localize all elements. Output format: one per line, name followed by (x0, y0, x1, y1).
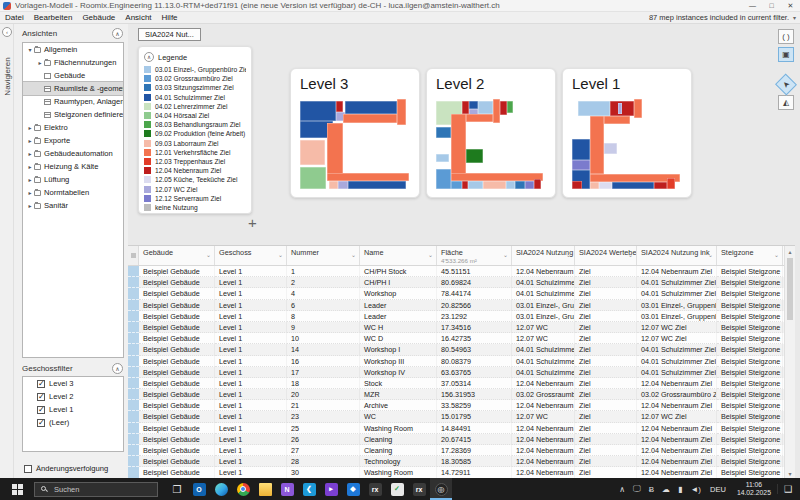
column-header-fl-che[interactable]: Fläche4'533.266 m²⌄ (437, 246, 512, 265)
row-selector-cell[interactable] (128, 367, 139, 378)
file-explorer-icon[interactable] (254, 478, 276, 500)
language-indicator[interactable]: DEU (705, 485, 731, 494)
table-row[interactable]: Beispiel GebäudeLevel 128Technology18.30… (128, 456, 784, 467)
column-filter-icon[interactable]: ⌄ (774, 251, 779, 258)
tree-item-sanit-r[interactable]: ▸Sanitär (23, 199, 123, 212)
column-header-sia2024-wertebereic[interactable]: SIA2024 Wertebereic⌄ (575, 246, 637, 265)
row-selector-cell[interactable] (128, 445, 139, 456)
table-row[interactable]: Beispiel GebäudeLevel 11CH/PH Stock45.51… (128, 266, 784, 277)
change-tracking-row[interactable]: Änderungsverfolgung (24, 464, 108, 473)
select-all-cell[interactable] (128, 246, 139, 265)
column-filter-icon[interactable]: ⌄ (503, 251, 508, 258)
row-selector-cell[interactable] (128, 333, 139, 344)
label-tool-button[interactable]: ▣ (778, 47, 794, 62)
chrome-icon[interactable] (232, 478, 254, 500)
table-row[interactable]: Beispiel GebäudeLevel 110WC D16.4273512.… (128, 333, 784, 344)
column-header-name[interactable]: Name⌄ (360, 246, 437, 265)
column-filter-icon[interactable]: ⌄ (278, 251, 283, 258)
row-selector-cell[interactable] (128, 400, 139, 411)
column-filter-icon[interactable]: ⌄ (206, 251, 211, 258)
table-row[interactable]: Beispiel GebäudeLevel 120MZR156.3195303.… (128, 389, 784, 400)
table-row[interactable]: Beispiel GebäudeLevel 114Workshop I80.54… (128, 344, 784, 355)
sia2024-nutzung-button[interactable]: SIA2024 Nut... (138, 28, 201, 41)
row-selector-cell[interactable] (128, 344, 139, 355)
filter-row-level-1[interactable]: Level 1 (23, 403, 123, 416)
battery-icon[interactable]: ▮ (674, 485, 686, 494)
tree-item-geb-ude[interactable]: Gebäude (23, 69, 123, 82)
menu-hilfe[interactable]: Hilfe (157, 13, 183, 22)
tree-item-allgemein[interactable]: ▾Allgemein (23, 43, 123, 56)
menu-ansicht[interactable]: Ansicht (120, 13, 156, 22)
ansichten-collapse-button[interactable]: ∧ (112, 28, 123, 39)
onedrive-icon[interactable]: ☁ (658, 485, 674, 494)
tree-item-normtabellen[interactable]: ▸Normtabellen (23, 186, 123, 199)
edge-icon[interactable] (210, 478, 232, 500)
start-button[interactable] (0, 478, 34, 500)
filter-checkbox[interactable] (37, 406, 45, 414)
notification-center-icon[interactable]: ❑ (777, 484, 800, 494)
change-tracking-checkbox[interactable] (24, 465, 32, 473)
table-row[interactable]: Beispiel GebäudeLevel 127Cleaning17.2836… (128, 445, 784, 456)
app-purple-icon[interactable]: ▸ (320, 478, 342, 500)
plan-card-level-1[interactable]: Level 1 (562, 68, 692, 198)
sidebar-collapse-button[interactable]: ‹ (2, 27, 12, 37)
row-selector-cell[interactable] (128, 356, 139, 367)
menu-bearbeiten[interactable]: Bearbeiten (29, 13, 78, 22)
bounds-tool-button[interactable]: ( ) (778, 29, 794, 44)
column-header-sia2024-nutzung[interactable]: SIA2024 Nutzung⌄ (512, 246, 575, 265)
table-row[interactable]: Beispiel GebäudeLevel 12CH/PH I80.698240… (128, 277, 784, 288)
tree-item-fl-chennutzungen[interactable]: ▸Flächennutzungen (23, 56, 123, 69)
tree-item-l-ftung[interactable]: ▸Lüftung (23, 173, 123, 186)
monitor-icon[interactable]: 🖵 (629, 484, 645, 494)
plan-card-level-3[interactable]: Level 3 (290, 68, 420, 198)
plan-card-level-2[interactable]: Level 2 (426, 68, 556, 198)
tree-item-exporte[interactable]: ▸Exporte (23, 134, 123, 147)
bluetooth-icon[interactable]: Ƀ (645, 485, 658, 494)
column-header-steigzone[interactable]: Steigzone⌄ (717, 246, 783, 265)
row-selector-cell[interactable] (128, 300, 139, 311)
table-row[interactable]: Beispiel GebäudeLevel 118Stock37.0531412… (128, 378, 784, 389)
table-row[interactable]: Beispiel GebäudeLevel 14Workshop78.44174… (128, 288, 784, 299)
table-row[interactable]: Beispiel GebäudeLevel 126Cleaning20.6741… (128, 434, 784, 445)
filter-row-leer[interactable]: (Leer) (23, 416, 123, 429)
column-filter-icon[interactable]: ⌄ (351, 251, 356, 258)
scrollbar-thumb[interactable] (787, 258, 793, 320)
tree-item-geb-udeautomation[interactable]: ▸Gebäudeautomation (23, 147, 123, 160)
select-tool-button[interactable]: ➤ (775, 74, 797, 96)
menu-datei[interactable]: Datei (0, 13, 29, 22)
scroll-up-icon[interactable]: ▴ (785, 246, 795, 256)
column-header-geb-ude[interactable]: Gebäude⌄ (139, 246, 215, 265)
legend-collapse-button[interactable]: ∧ (144, 52, 154, 62)
column-header-geschoss[interactable]: Geschoss⌄ (215, 246, 287, 265)
app-blue-icon[interactable]: ◆ (342, 478, 364, 500)
row-selector-cell[interactable] (128, 456, 139, 467)
table-row[interactable]: Beispiel GebäudeLevel 18Leader23.129203.… (128, 311, 784, 322)
row-selector-cell[interactable] (128, 288, 139, 299)
close-button[interactable]: ✕ (781, 0, 800, 12)
table-row[interactable]: Beispiel GebäudeLevel 123WC15.0179512.07… (128, 411, 784, 422)
table-row[interactable]: Beispiel GebäudeLevel 121Archive33.58259… (128, 400, 784, 411)
taskbar-search[interactable] (34, 482, 158, 497)
git-client-icon[interactable]: ✓ (386, 478, 408, 500)
row-selector-cell[interactable] (128, 322, 139, 333)
outlook-icon[interactable]: O (188, 478, 210, 500)
table-scrollbar[interactable]: ▴ ▾ (784, 246, 795, 478)
row-selector-cell[interactable] (128, 311, 139, 322)
rx-app-2-icon[interactable]: rx (408, 478, 430, 500)
column-filter-icon[interactable]: ⌄ (428, 251, 433, 258)
measure-tool-button[interactable]: ◭ (778, 95, 794, 110)
menu-geb-ude[interactable]: Gebäude (77, 13, 120, 22)
geschossfilter-collapse-button[interactable]: ∧ (112, 363, 123, 374)
row-selector-cell[interactable] (128, 411, 139, 422)
rx-app-1-icon[interactable]: rx (364, 478, 386, 500)
scroll-down-icon[interactable]: ▾ (785, 468, 795, 478)
row-selector-cell[interactable] (128, 378, 139, 389)
filter-row-level-2[interactable]: Level 2 (23, 390, 123, 403)
row-selector-cell[interactable] (128, 277, 139, 288)
tree-item-heizung-k-lte[interactable]: ▸Heizung & Kälte (23, 160, 123, 173)
column-filter-icon[interactable]: ⌄ (566, 251, 571, 258)
table-row[interactable]: Beispiel GebäudeLevel 116Workshop III80.… (128, 356, 784, 367)
tree-item-raumliste-geometrie[interactable]: Raumliste & -geometrie (23, 82, 123, 95)
tree-item-steigzonen-definieren[interactable]: Steigzonen definieren (23, 108, 123, 121)
filter-checkbox[interactable] (37, 419, 45, 427)
